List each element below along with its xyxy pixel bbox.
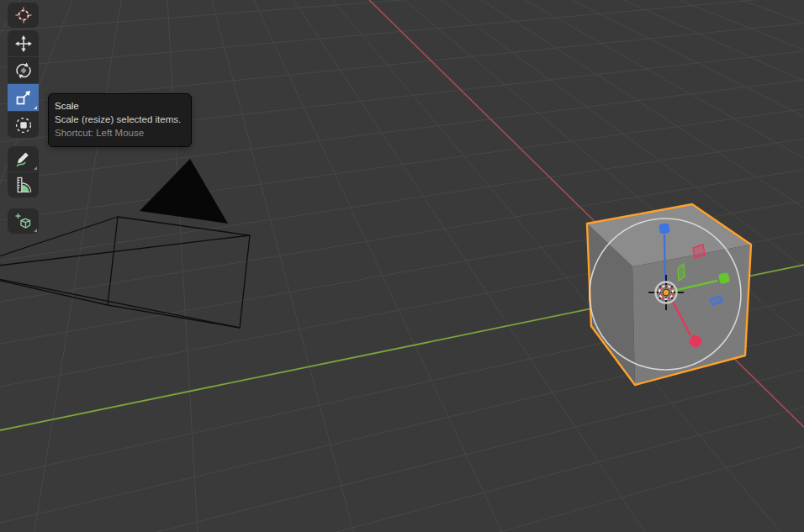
annotate-icon [14,150,33,168]
camera-up-triangle [140,159,228,224]
measure-icon [14,176,33,194]
tool-button-transform[interactable] [8,112,39,138]
tool-button-cursor[interactable] [8,3,39,28]
transform-icon [14,116,33,134]
rotate-icon [14,61,33,80]
cursor-icon [14,6,33,24]
tool-button-rotate[interactable] [8,57,39,83]
toolbar-group-add [8,208,39,234]
tooltip-shortcut: Shortcut: Left Mouse [55,126,181,140]
viewport-canvas[interactable] [0,0,804,532]
toolbar-group-transform [8,30,39,138]
scale-icon [14,88,33,107]
tool-button-move[interactable] [8,30,39,56]
tool-button-add-cube[interactable] [8,208,39,234]
tool-options-indicator [34,229,37,232]
tool-options-indicator [34,106,37,109]
gizmo-z-handle[interactable] [659,223,670,234]
object-origin-dot [663,289,669,296]
blender-3d-viewport: Scale Scale (resize) selected items. Sho… [0,0,804,532]
tool-button-measure[interactable] [8,172,39,198]
tool-button-scale[interactable] [8,84,39,111]
tooltip-scale-tool: Scale Scale (resize) selected items. Sho… [48,93,192,147]
tool-button-annotate[interactable] [8,146,39,171]
toolbar-group-annotate [8,146,39,198]
toolbar-group-cursor [8,3,39,28]
add-cube-icon [14,212,33,230]
cube-right-face [632,245,751,385]
move-icon [14,34,33,53]
tool-options-indicator [34,166,37,170]
tooltip-description: Scale (resize) selected items. [55,113,181,126]
gizmo-z-axis[interactable] [664,234,665,281]
tooltip-title: Scale [55,99,181,113]
